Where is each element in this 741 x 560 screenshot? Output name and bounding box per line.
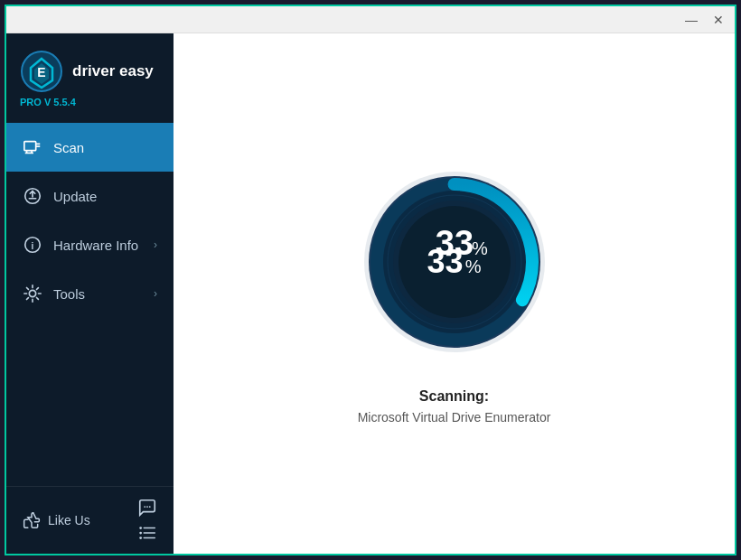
update-icon xyxy=(23,186,42,206)
svg-text:E: E xyxy=(37,65,45,79)
thumbs-up-icon xyxy=(23,511,41,529)
scan-status: Scanning: Microsoft Virtual Drive Enumer… xyxy=(358,388,551,425)
hardware-info-chevron: › xyxy=(154,238,157,251)
sidebar-bottom: Like Us xyxy=(6,486,174,554)
sidebar-logo: E driver easy PRO V 5.5.4 xyxy=(6,33,174,118)
svg-point-16 xyxy=(149,506,151,508)
svg-point-21 xyxy=(139,532,142,535)
like-us-button[interactable]: Like Us xyxy=(23,511,90,529)
sidebar-item-tools[interactable]: Tools › xyxy=(6,269,174,318)
scanning-label: Scanning: xyxy=(358,388,551,405)
sidebar-nav: Scan Update i Ha xyxy=(6,118,174,486)
sidebar-item-update[interactable]: Update xyxy=(6,172,174,220)
app-body: E driver easy PRO V 5.5.4 xyxy=(6,33,735,554)
sidebar: E driver easy PRO V 5.5.4 xyxy=(6,33,174,554)
svg-point-13 xyxy=(29,290,35,296)
svg-point-22 xyxy=(139,537,142,539)
sidebar-item-hardware-info[interactable]: i Hardware Info › xyxy=(6,220,174,269)
main-content: 33 % 33% Scanning: Microsoft Virtual Dri… xyxy=(174,33,735,554)
title-bar: — ✕ xyxy=(6,6,735,33)
svg-rect-4 xyxy=(24,142,36,151)
scanning-detail: Microsoft Virtual Drive Enumerator xyxy=(358,410,551,425)
progress-percentage: 33% xyxy=(427,243,482,281)
svg-point-15 xyxy=(146,506,148,508)
minimize-button[interactable]: — xyxy=(682,11,700,29)
app-name: driver easy xyxy=(72,62,154,80)
svg-text:i: i xyxy=(32,241,34,251)
app-version: PRO V 5.5.4 xyxy=(20,97,76,107)
scan-label: Scan xyxy=(53,140,84,155)
tools-icon xyxy=(23,284,42,303)
svg-point-14 xyxy=(144,506,145,508)
sidebar-item-scan[interactable]: Scan xyxy=(6,123,174,172)
hardware-info-label: Hardware Info xyxy=(53,238,138,253)
svg-point-20 xyxy=(139,527,142,529)
sidebar-bottom-icons xyxy=(137,498,157,543)
tools-label: Tools xyxy=(53,286,85,302)
progress-ring-container: 33 % 33% xyxy=(355,163,554,361)
like-us-label: Like Us xyxy=(48,513,90,527)
hardware-info-icon: i xyxy=(23,235,42,255)
app-logo-icon: E xyxy=(20,50,63,93)
app-window: — ✕ E driver easy PRO V 5.5.4 xyxy=(5,5,736,555)
update-label: Update xyxy=(53,189,97,204)
chat-icon[interactable] xyxy=(137,498,157,518)
list-icon[interactable] xyxy=(137,523,157,543)
tools-chevron: › xyxy=(154,287,157,300)
scan-icon xyxy=(23,137,42,157)
close-button[interactable]: ✕ xyxy=(709,11,727,29)
